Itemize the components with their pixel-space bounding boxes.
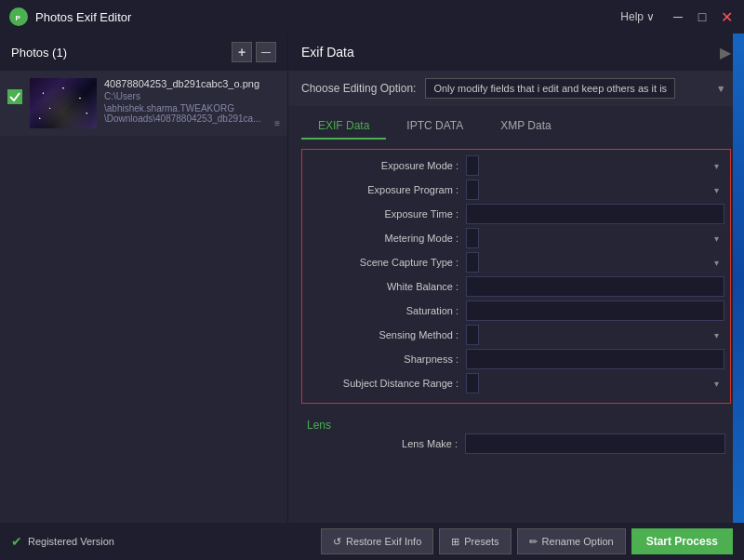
presets-label: Presets <box>464 536 498 547</box>
right-panel: Exif Data ▶ Choose Editing Option: Only … <box>288 33 744 523</box>
scene-capture-select[interactable] <box>466 252 479 273</box>
exposure-program-select-wrapper <box>466 180 724 200</box>
presets-button[interactable]: ⊞ Presets <box>439 528 511 554</box>
field-row-metering-mode: Metering Mode : <box>302 228 730 248</box>
start-process-button[interactable]: Start Process <box>631 528 733 554</box>
minimize-button[interactable]: ─ <box>670 8 686 25</box>
field-row-scene-capture: Scene Capture Type : <box>302 252 730 273</box>
metering-mode-select-wrapper <box>466 228 724 248</box>
maximize-button[interactable]: □ <box>694 8 711 25</box>
field-label-white-balance: White Balance : <box>308 281 466 292</box>
exposure-mode-select-wrapper <box>466 155 724 176</box>
titlebar: P Photos Exif Editor Help ∨ ─ □ ✕ <box>0 0 744 33</box>
registered-label: Registered Version <box>28 536 114 547</box>
taskbar-strip <box>733 33 744 523</box>
field-label-sharpness: Sharpness : <box>308 353 466 365</box>
app-icon: P <box>9 7 28 26</box>
editing-option-select-wrapper: Only modify fields that i edit and keep … <box>425 78 731 99</box>
nav-arrow-icon[interactable]: ▶ <box>720 44 731 61</box>
field-label-metering-mode: Metering Mode : <box>308 233 466 244</box>
sharpness-input[interactable] <box>466 349 724 369</box>
exposure-mode-select[interactable] <box>466 155 479 176</box>
titlebar-left: P Photos Exif Editor <box>9 7 131 26</box>
restore-exif-button[interactable]: ↺ Restore Exif Info <box>321 528 433 554</box>
field-row-sharpness: Sharpness : <box>302 349 730 369</box>
field-row-sensing-method: Sensing Method : <box>302 325 730 345</box>
exif-panel-title: Exif Data <box>301 45 354 60</box>
photo-path2: \abhishek.sharma.TWEAKORG <box>104 103 267 113</box>
svg-text:P: P <box>16 14 21 22</box>
field-label-exposure-program: Exposure Program : <box>308 184 466 195</box>
white-balance-input[interactable] <box>466 276 724 297</box>
restore-label: Restore Exif Info <box>346 536 421 547</box>
field-label-saturation: Saturation : <box>308 305 466 316</box>
sensing-method-select[interactable] <box>466 325 479 345</box>
app-title: Photos Exif Editor <box>35 10 131 24</box>
rename-label: Rename Option <box>542 536 614 547</box>
main-container: Photos (1) + ─ 40878804253_db291cabc3_o.… <box>0 33 744 523</box>
lens-make-input[interactable] <box>465 433 725 454</box>
tab-iptc-data[interactable]: IPTC DATA <box>390 113 480 140</box>
start-label: Start Process <box>646 535 718 548</box>
field-row-exposure-program: Exposure Program : <box>302 180 730 200</box>
photos-header: Photos (1) + ─ <box>0 33 287 71</box>
lens-section-label: Lens <box>301 413 731 433</box>
field-label-sensing-method: Sensing Method : <box>308 329 466 340</box>
photo-path1: C:\Users <box>104 91 267 101</box>
help-button[interactable]: Help ∨ <box>620 10 655 23</box>
field-label-exposure-mode: Exposure Mode : <box>308 160 466 171</box>
titlebar-right: Help ∨ ─ □ ✕ <box>620 8 735 25</box>
left-panel: Photos (1) + ─ 40878804253_db291cabc3_o.… <box>0 33 288 523</box>
field-row-exposure-time: Exposure Time : <box>302 204 730 224</box>
presets-icon: ⊞ <box>451 536 459 548</box>
registered-icon: ✔ <box>11 534 22 549</box>
editing-option-label: Choose Editing Option: <box>301 82 416 95</box>
field-label-lens-make: Lens Make : <box>307 438 465 449</box>
remove-photo-button[interactable]: ─ <box>256 42 276 62</box>
window-controls: ─ □ ✕ <box>670 8 735 25</box>
subject-distance-select[interactable] <box>466 373 479 393</box>
field-label-subject-distance: Subject Distance Range : <box>308 378 466 389</box>
select-arrow-icon: ▾ <box>719 84 724 94</box>
rename-icon: ✏ <box>529 536 538 548</box>
field-row-exposure-mode: Exposure Mode : <box>302 155 730 176</box>
field-row-lens-make: Lens Make : <box>301 433 731 454</box>
photo-info: 40878804253_db291cabc3_o.png C:\Users \a… <box>104 78 267 124</box>
editing-option-select[interactable]: Only modify fields that i edit and keep … <box>425 78 675 99</box>
photo-thumbnail <box>30 78 97 128</box>
tab-xmp-data[interactable]: XMP Data <box>484 113 567 140</box>
rename-option-button[interactable]: ✏ Rename Option <box>517 528 626 554</box>
subject-distance-select-wrapper <box>466 373 724 393</box>
field-label-scene-capture: Scene Capture Type : <box>308 257 466 268</box>
tabs-bar: EXIF Data IPTC DATA XMP Data <box>288 106 744 140</box>
close-button[interactable]: ✕ <box>718 8 735 25</box>
restore-icon: ↺ <box>333 536 341 548</box>
exif-header: Exif Data ▶ <box>288 33 744 71</box>
photo-path3: \Downloads\40878804253_db291ca... <box>104 113 267 124</box>
field-label-exposure-time: Exposure Time : <box>308 208 466 220</box>
bottom-buttons: ↺ Restore Exif Info ⊞ Presets ✏ Rename O… <box>321 528 733 554</box>
add-photo-button[interactable]: + <box>232 42 252 62</box>
photos-title: Photos (1) <box>11 46 67 60</box>
photos-controls: + ─ <box>232 42 276 62</box>
exposure-program-select[interactable] <box>466 180 479 200</box>
scene-capture-select-wrapper <box>466 252 724 273</box>
metering-mode-select[interactable] <box>466 228 479 248</box>
photo-menu-icon[interactable]: ≡ <box>274 118 280 128</box>
fields-area: Exposure Mode : Exposure Program : Expos… <box>288 140 744 523</box>
editing-option-bar: Choose Editing Option: Only modify field… <box>288 71 744 106</box>
field-row-white-balance: White Balance : <box>302 276 730 297</box>
fields-section-box: Exposure Mode : Exposure Program : Expos… <box>301 149 731 404</box>
bottom-bar: ✔ Registered Version ↺ Restore Exif Info… <box>0 523 744 560</box>
saturation-input[interactable] <box>466 300 724 321</box>
sensing-method-select-wrapper <box>466 325 724 345</box>
photo-list-item[interactable]: 40878804253_db291cabc3_o.png C:\Users \a… <box>0 71 287 136</box>
field-row-saturation: Saturation : <box>302 300 730 321</box>
field-row-subject-distance: Subject Distance Range : <box>302 373 730 393</box>
exposure-time-input[interactable] <box>466 204 724 224</box>
photo-checkbox[interactable] <box>7 89 22 104</box>
photo-filename: 40878804253_db291cabc3_o.png <box>104 78 267 89</box>
tab-exif-data[interactable]: EXIF Data <box>301 113 386 140</box>
registered-section: ✔ Registered Version <box>11 534 114 549</box>
